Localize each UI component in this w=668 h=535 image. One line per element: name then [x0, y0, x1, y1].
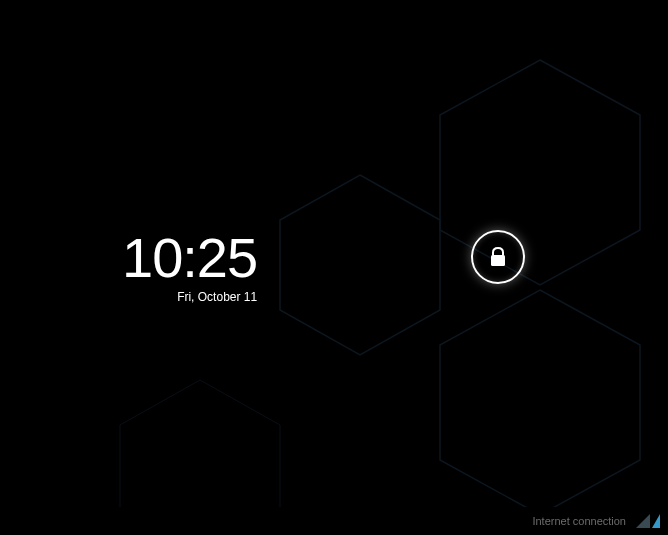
- svg-marker-1: [440, 60, 640, 285]
- svg-rect-5: [491, 255, 505, 266]
- lock-wallpaper: [0, 0, 668, 535]
- clock-widget: 10:25 Fri, October 11: [122, 230, 257, 304]
- connection-status: Internet connection: [532, 515, 626, 527]
- signal-wifi-icon: [652, 514, 660, 528]
- clock-date: Fri, October 11: [122, 290, 257, 304]
- signal-cell-icon: [636, 514, 650, 528]
- svg-rect-0: [0, 0, 668, 535]
- clock-hours: 10: [122, 226, 182, 289]
- svg-marker-2: [440, 290, 640, 515]
- clock-time: 10:25: [122, 230, 257, 286]
- unlock-button[interactable]: [471, 230, 525, 284]
- status-bar: Internet connection: [0, 507, 668, 535]
- clock-separator: :: [182, 226, 197, 289]
- signal-indicators: [636, 514, 660, 528]
- lock-icon: [489, 247, 507, 267]
- clock-minutes: 25: [197, 226, 257, 289]
- svg-marker-3: [280, 175, 440, 355]
